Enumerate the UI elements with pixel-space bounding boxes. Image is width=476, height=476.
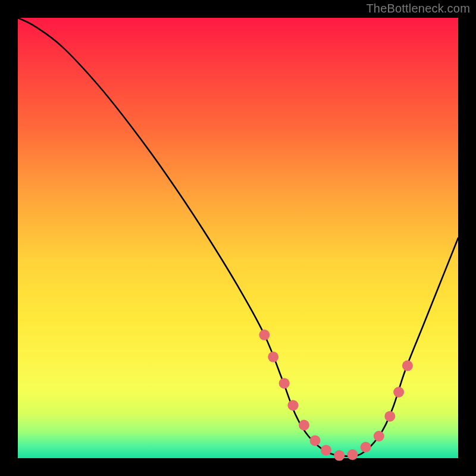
highlight-dot bbox=[310, 435, 321, 446]
highlight-dot bbox=[279, 378, 290, 389]
highlight-dot bbox=[393, 387, 404, 397]
highlight-dot bbox=[347, 449, 358, 460]
highlight-dot bbox=[402, 361, 413, 371]
highlight-dot bbox=[384, 411, 395, 422]
plot-area bbox=[18, 18, 458, 458]
chart-svg bbox=[18, 18, 458, 458]
highlight-dot bbox=[268, 352, 278, 362]
highlight-dot bbox=[334, 450, 345, 461]
attribution-label: TheBottleneck.com bbox=[366, 2, 470, 15]
highlight-dot bbox=[288, 400, 299, 411]
highlight-dot bbox=[299, 420, 309, 431]
highlight-dot bbox=[259, 330, 270, 340]
bottleneck-curve bbox=[18, 18, 458, 456]
highlight-dots-group bbox=[259, 330, 413, 461]
highlight-dot bbox=[374, 431, 384, 441]
chart-stage: TheBottleneck.com bbox=[0, 0, 476, 476]
highlight-dot bbox=[361, 442, 371, 453]
highlight-dot bbox=[321, 445, 331, 456]
